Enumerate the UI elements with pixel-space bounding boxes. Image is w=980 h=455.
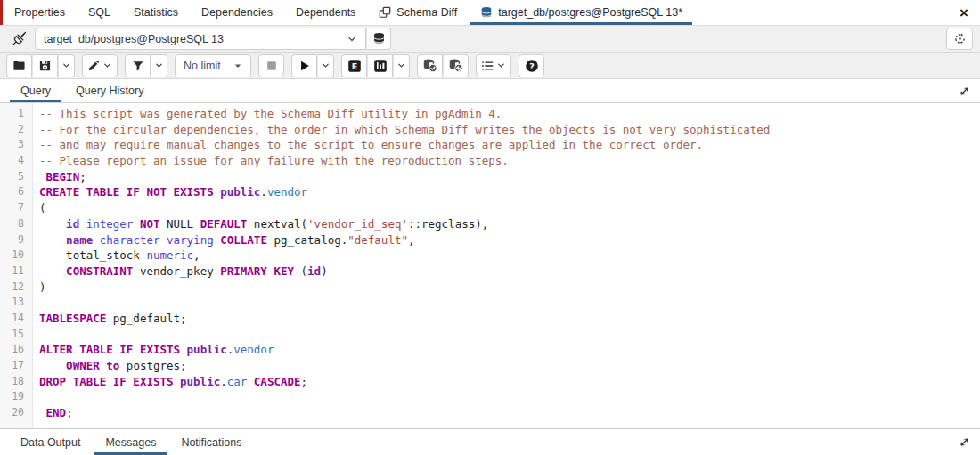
filter-button[interactable] <box>125 54 151 77</box>
line-number: 15 <box>0 327 24 343</box>
help-group: ? <box>519 54 544 77</box>
row-limit-select[interactable]: No limit <box>175 54 251 77</box>
tab-messages[interactable]: Messages <box>93 429 168 455</box>
expand-icon <box>959 436 970 448</box>
stop-group <box>258 54 284 77</box>
code-line[interactable]: id integer NOT NULL DEFAULT nextval('ven… <box>39 216 980 232</box>
explain-options-button[interactable] <box>393 54 410 77</box>
line-number: 16 <box>0 342 24 358</box>
line-number: 13 <box>0 295 24 311</box>
code-line[interactable]: END; <box>39 405 980 421</box>
code-line[interactable] <box>39 295 980 311</box>
commit-icon <box>422 58 437 73</box>
connection-select[interactable]: target_db/postgres@PostgreSQL 13 <box>35 28 366 50</box>
open-file-button[interactable] <box>6 54 32 77</box>
code-line[interactable]: -- This script was generated by the Sche… <box>39 106 980 122</box>
line-number: 3 <box>0 137 24 153</box>
new-connection-button[interactable] <box>366 28 391 50</box>
execute-button[interactable] <box>291 54 317 77</box>
code-line[interactable]: ALTER TABLE IF EXISTS public.vendor <box>39 342 980 358</box>
sql-code[interactable]: -- This script was generated by the Sche… <box>33 103 980 428</box>
line-number: 1 <box>0 106 24 122</box>
tab-dependents[interactable]: Dependents <box>284 0 367 25</box>
tab-schema-diff[interactable]: Schema Diff <box>367 0 469 25</box>
rollback-button[interactable] <box>443 54 469 77</box>
sql-editor[interactable]: 1234567891011121314151617181920 -- This … <box>0 103 980 428</box>
database-icon <box>480 6 493 19</box>
tab-query[interactable]: Query <box>8 79 63 102</box>
line-number: 12 <box>0 280 24 296</box>
execute-options-button[interactable] <box>317 54 334 77</box>
tab-query-tool-target-db[interactable]: target_db/postgres@PostgreSQL 13* <box>469 0 694 25</box>
tab-properties[interactable]: Properties <box>3 0 77 25</box>
chevron-down-icon <box>102 61 112 70</box>
close-icon[interactable]: × <box>956 4 972 22</box>
database-icon <box>372 32 386 45</box>
commit-button[interactable] <box>417 54 443 77</box>
explain-button[interactable]: E <box>341 54 367 77</box>
expand-results-button[interactable] <box>957 435 972 450</box>
tab-dependencies[interactable]: Dependencies <box>190 0 284 25</box>
code-line[interactable]: OWNER to postgres; <box>39 358 980 374</box>
macro-button[interactable] <box>476 54 511 77</box>
tab-notifications[interactable]: Notifications <box>168 429 254 455</box>
edit-button[interactable] <box>82 54 118 77</box>
code-line[interactable]: -- and may require manual changes to the… <box>39 137 980 153</box>
chevron-down-icon <box>396 61 406 70</box>
line-number: 7 <box>0 200 24 216</box>
schema-diff-icon <box>379 6 391 19</box>
stop-button[interactable] <box>258 54 284 77</box>
explain-icon: E <box>347 59 362 73</box>
chevron-down-icon <box>61 61 71 70</box>
help-button[interactable]: ? <box>519 54 544 77</box>
explain-group: E <box>341 54 410 77</box>
connection-bar: target_db/postgres@PostgreSQL 13 <box>0 26 980 53</box>
code-line[interactable]: total_stock numeric, <box>39 248 980 264</box>
filter-options-button[interactable] <box>151 54 167 77</box>
macro-group <box>476 54 511 77</box>
connection-group: target_db/postgres@PostgreSQL 13 <box>35 28 391 50</box>
code-line[interactable]: BEGIN; <box>39 169 980 185</box>
query-tool-window: Properties SQL Statistics Dependencies D… <box>0 0 980 455</box>
line-number: 19 <box>0 389 24 405</box>
code-line[interactable]: ) <box>39 280 980 296</box>
chevron-down-icon <box>321 61 331 70</box>
line-number: 9 <box>0 232 24 248</box>
code-line[interactable] <box>39 389 980 405</box>
line-number: 8 <box>0 216 24 232</box>
chevron-down-icon <box>233 61 242 70</box>
save-button[interactable] <box>32 54 58 77</box>
code-line[interactable]: DROP TABLE IF EXISTS public.car CASCADE; <box>39 374 980 390</box>
editor-tab-bar: Query Query History <box>0 79 980 103</box>
tab-query-history[interactable]: Query History <box>63 79 156 102</box>
line-number: 6 <box>0 184 24 200</box>
connection-status-icon <box>12 31 27 46</box>
code-line[interactable]: name character varying COLLATE pg_catalo… <box>39 232 980 248</box>
line-number-gutter: 1234567891011121314151617181920 <box>0 103 33 428</box>
tab-sql[interactable]: SQL <box>77 0 122 25</box>
code-line[interactable] <box>39 327 980 343</box>
tab-label: Query History <box>76 85 143 97</box>
code-line[interactable]: CREATE TABLE IF NOT EXISTS public.vendor <box>39 184 980 200</box>
line-number: 5 <box>0 169 24 185</box>
chevron-down-icon <box>347 34 357 45</box>
code-line[interactable]: -- Please report an issue for any failur… <box>39 153 980 169</box>
tab-statistics[interactable]: Statistics <box>122 0 190 25</box>
code-line[interactable]: ( <box>39 200 980 216</box>
expand-icon <box>959 85 970 97</box>
code-line[interactable]: -- For the circular dependencies, the or… <box>39 122 980 138</box>
tab-label: SQL <box>88 6 110 19</box>
refresh-button[interactable] <box>946 28 973 50</box>
save-options-button[interactable] <box>58 54 75 77</box>
expand-editor-button[interactable] <box>957 84 972 99</box>
line-number: 11 <box>0 264 24 280</box>
explain-analyze-button[interactable] <box>367 54 393 77</box>
execute-group <box>291 54 334 77</box>
tab-data-output[interactable]: Data Output <box>8 429 93 455</box>
code-line[interactable]: CONSTRAINT vendor_pkey PRIMARY KEY (id) <box>39 264 980 280</box>
tab-label: Data Output <box>20 436 80 449</box>
code-line[interactable]: TABLESPACE pg_default; <box>39 311 980 327</box>
tab-label: Statistics <box>134 6 178 19</box>
tab-label: Query <box>20 85 51 97</box>
connection-status-button[interactable] <box>7 28 30 50</box>
